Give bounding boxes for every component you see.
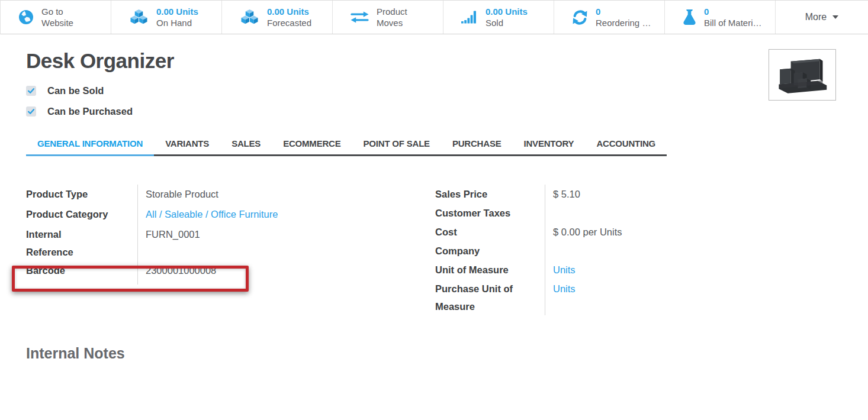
sales-price-value: $ 5.10: [545, 185, 842, 203]
button-line1: 0.00 Units: [486, 6, 528, 17]
tab-sales[interactable]: SALES: [220, 131, 272, 156]
product-category-link[interactable]: All / Saleable / Office Furniture: [137, 205, 409, 225]
transfer-arrows-icon: [351, 10, 369, 24]
check-icon: [27, 86, 36, 95]
barcode-row: Barcode 2300001000008: [26, 261, 409, 285]
tab-general-information[interactable]: GENERAL INFORMATION: [26, 131, 154, 156]
company-row: Company: [435, 241, 842, 260]
desk-organizer-graphic: [774, 53, 831, 97]
general-information-panel: Product Type Storable Product Product Ca…: [26, 185, 842, 315]
forecasted-button[interactable]: 0.00 Units Forecasted: [222, 1, 333, 34]
check-icon: [27, 107, 36, 116]
internal-reference-row: Internal Reference FURN_0001: [26, 225, 409, 261]
field-label: Product Type: [26, 185, 137, 205]
cubes-icon: [240, 9, 259, 26]
field-label: Cost: [435, 222, 545, 241]
field-label: Unit of Measure: [435, 260, 545, 279]
button-line2: Reordering …: [596, 17, 651, 28]
bill-of-materials-button[interactable]: 0 Bill of Materi…: [665, 1, 776, 34]
field-label: Barcode: [26, 261, 137, 285]
field-label: Internal Reference: [26, 225, 137, 261]
button-line2: Moves: [377, 17, 407, 28]
button-line1: 0.00 Units: [156, 6, 198, 17]
button-line2: On Hand: [156, 17, 198, 28]
product-image: [769, 49, 836, 101]
customer-taxes-row: Customer Taxes: [435, 203, 842, 222]
button-line2: Sold: [486, 17, 528, 28]
internal-notes-heading: Internal Notes: [26, 345, 842, 362]
tab-purchase[interactable]: PURCHASE: [441, 131, 513, 156]
field-label: Customer Taxes: [435, 203, 545, 222]
cost-row: Cost $ 0.00 per Units: [435, 222, 842, 241]
can-be-purchased-checkbox[interactable]: [26, 106, 36, 117]
button-line1: Go to: [41, 6, 73, 17]
field-label: Product Category: [26, 205, 137, 225]
can-be-sold-checkbox[interactable]: [26, 86, 36, 96]
product-type-value: Storable Product: [137, 185, 409, 205]
on-hand-button[interactable]: 0.00 Units On Hand: [111, 1, 222, 34]
product-flags: Can be Sold Can be Purchased: [26, 85, 842, 117]
field-label: Company: [435, 241, 545, 260]
tab-variants[interactable]: VARIANTS: [154, 131, 220, 156]
left-field-group: Product Type Storable Product Product Ca…: [26, 185, 409, 285]
product-moves-button[interactable]: Product Moves: [333, 1, 443, 34]
internal-reference-value: FURN_0001: [137, 225, 409, 261]
caret-down-icon: [832, 15, 838, 19]
more-label: More: [805, 12, 827, 22]
purchase-uom-link[interactable]: Units: [545, 279, 842, 315]
button-line2: Forecasted: [267, 17, 311, 28]
product-category-row: Product Category All / Saleable / Office…: [26, 205, 409, 225]
unit-of-measure-link[interactable]: Units: [545, 260, 842, 279]
button-line2: Website: [41, 17, 73, 28]
product-type-row: Product Type Storable Product: [26, 185, 409, 205]
units-sold-button[interactable]: 0.00 Units Sold: [443, 1, 554, 34]
go-to-website-button[interactable]: Go to Website: [1, 1, 111, 34]
reordering-rules-button[interactable]: 0 Reordering …: [554, 1, 665, 34]
customer-taxes-value[interactable]: [545, 203, 842, 222]
tab-ecommerce[interactable]: ECOMMERCE: [272, 131, 352, 156]
can-be-purchased-row: Can be Purchased: [26, 106, 842, 117]
unit-of-measure-row: Unit of Measure Units: [435, 260, 842, 279]
refresh-icon: [572, 9, 588, 25]
more-button[interactable]: More: [776, 1, 868, 34]
button-line1: 0: [704, 6, 762, 17]
field-label: Sales Price: [435, 185, 545, 203]
purchase-uom-row: Purchase Unit of Measure Units: [435, 279, 842, 315]
flask-icon: [683, 9, 696, 25]
button-line1: 0: [596, 6, 651, 17]
cost-value: $ 0.00 per Units: [545, 222, 842, 241]
sales-price-row: Sales Price $ 5.10: [435, 185, 842, 203]
cubes-icon: [129, 9, 149, 26]
product-form-page: Go to Website 0.00 Units On Hand 0.00 Un…: [0, 0, 868, 420]
field-label: Purchase Unit of Measure: [435, 279, 545, 315]
button-line2: Bill of Materi…: [704, 17, 762, 28]
bar-chart-icon: [461, 10, 478, 24]
notebook-tabs: GENERAL INFORMATION VARIANTS SALES ECOMM…: [26, 131, 667, 156]
tab-accounting[interactable]: ACCOUNTING: [585, 131, 667, 156]
tab-inventory[interactable]: INVENTORY: [513, 131, 586, 156]
can-be-purchased-label: Can be Purchased: [47, 106, 133, 117]
globe-icon: [18, 9, 34, 25]
can-be-sold-row: Can be Sold: [26, 85, 842, 96]
button-line1: 0.00 Units: [267, 6, 311, 17]
stat-button-bar: Go to Website 0.00 Units On Hand 0.00 Un…: [0, 0, 868, 34]
page-title: Desk Organizer: [26, 49, 842, 73]
company-value[interactable]: [545, 241, 842, 260]
tab-point-of-sale[interactable]: POINT OF SALE: [352, 131, 441, 156]
button-line1: Product: [377, 6, 407, 17]
right-field-group: Sales Price $ 5.10 Customer Taxes Cost $…: [435, 185, 842, 315]
can-be-sold-label: Can be Sold: [47, 85, 104, 96]
barcode-value: 2300001000008: [137, 261, 409, 285]
